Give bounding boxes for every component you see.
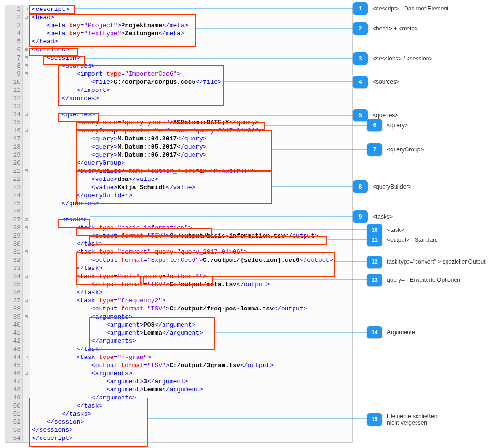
annotation-text: <task>	[387, 227, 404, 233]
code-content: <cescript><head> <meta key="Project">Pro…	[30, 5, 352, 442]
callout-badge: 11	[367, 234, 382, 246]
callout-badge: 5	[353, 109, 368, 121]
annotation-row: 15Elemente schließen nicht vergessen	[367, 413, 437, 426]
callout-badge: 15	[367, 413, 382, 426]
annotation-text: <head> + <meta>	[373, 25, 418, 32]
annotation-row: 14Argumente	[367, 326, 415, 338]
annotation-row: 4<sources>	[353, 76, 399, 88]
annotation-text: Elemente schließen nicht vergessen	[387, 413, 437, 426]
annotation-row: 9<tasks>	[353, 210, 393, 223]
callout-badge: 9	[353, 210, 368, 223]
callout-badge: 13	[367, 274, 382, 286]
annotation-text: <queryBuilder>	[373, 183, 411, 190]
callout-badge: 14	[367, 326, 382, 338]
annotation-text: query= - Erweiterte Optionen	[387, 277, 460, 283]
line-number-gutter: 1234567891011121314151617181920212223242…	[5, 5, 23, 442]
fold-gutter: ⊟⊟⊟⊟⊟⊟⊟⊟⊟⊟⊟⊟⊟⊟⊟⊟⊟	[23, 5, 30, 442]
annotation-text: <sessions> / <session>	[373, 55, 432, 62]
container: 1234567891011121314151617181920212223242…	[5, 5, 493, 443]
annotation-row: 6<query>	[367, 119, 408, 131]
annotation-text: task type="convert" > spezieller Output	[387, 259, 486, 265]
annotation-row: 11<output> - Standard	[367, 234, 438, 246]
annotation-row: 8<queryBuilder>	[353, 180, 411, 193]
annotation-row: 7<queryGroup>	[367, 143, 424, 156]
annotation-area: 1<cescript> - Das root-Element2<head> + …	[353, 5, 493, 443]
callout-badge: 7	[367, 143, 382, 156]
code-area: 1234567891011121314151617181920212223242…	[5, 5, 353, 443]
annotation-text: <tasks>	[373, 213, 393, 220]
code-box: 1234567891011121314151617181920212223242…	[5, 5, 353, 443]
callout-badge: 2	[353, 22, 368, 35]
callout-badge: 1	[353, 2, 368, 15]
callout-badge: 4	[353, 76, 368, 88]
annotation-row: 12task type="convert" > spezieller Outpu…	[367, 256, 486, 268]
callout-badge: 12	[367, 256, 382, 268]
callout-badge: 3	[353, 52, 368, 65]
annotation-row: 13query= - Erweiterte Optionen	[367, 274, 460, 286]
annotation-text: Argumente	[387, 329, 415, 336]
callout-badge: 6	[367, 119, 382, 131]
annotation-text: <queryGroup>	[387, 146, 424, 153]
annotation-row: 1<cescript> - Das root-Element	[353, 2, 448, 15]
annotation-text: <query>	[387, 122, 408, 129]
annotation-text: <queries>	[373, 112, 398, 119]
annotation-row: 2<head> + <meta>	[353, 22, 418, 35]
annotation-text: <output> - Standard	[387, 237, 438, 243]
callout-badge: 8	[353, 180, 368, 193]
annotation-text: <sources>	[373, 79, 399, 85]
annotation-text: <cescript> - Das root-Element	[373, 5, 448, 12]
annotation-row: 3<sessions> / <session>	[353, 52, 432, 65]
